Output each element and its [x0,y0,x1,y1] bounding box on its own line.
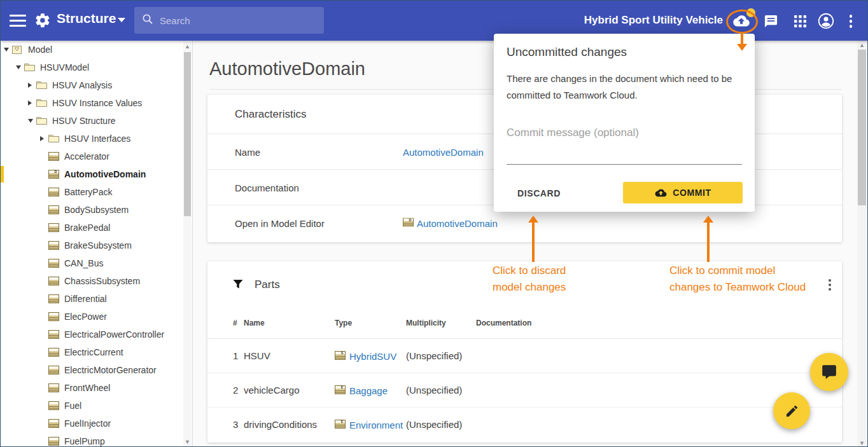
search-input[interactable] [160,15,316,26]
commit-button[interactable]: COMMIT [623,182,743,203]
svg-text:E: E [341,420,344,423]
tree-item-label: HSUV Analysis [52,80,112,90]
parts-table-row[interactable]: 2 vehicleCargo E Baggage (Unspecified) [207,373,842,408]
parts-table-row[interactable]: 1 HSUV S HybridSUV (Unspecified) [207,339,842,373]
tree-item[interactable]: BatteryPack [1,183,192,201]
folder-icon [24,63,36,72]
tree-item[interactable]: Fuel [1,397,192,415]
block-icon [48,419,60,428]
part-multiplicity: (Unspecified) [406,373,462,408]
part-multiplicity: (Unspecified) [406,339,462,373]
part-name: drivingConditions [244,408,317,442]
parts-table-body: 1 HSUV S HybridSUV (Unspecified) 2 vehic… [207,339,842,442]
tree-item[interactable]: HSUV Structure [1,112,192,130]
cloud-upload-icon[interactable] [732,15,751,30]
tree-item-label: CAN_Bus [64,258,103,268]
part-type-link[interactable]: HybridSUV [349,351,396,362]
tree-expander-icon[interactable] [28,83,36,88]
main-scrollbar-thumb[interactable] [858,50,866,205]
row-label: Documentation [235,182,299,193]
name-value-link[interactable]: AutomotiveDomain [403,146,484,157]
tree-item[interactable]: ElectricalPowerController [1,326,192,343]
tree-item[interactable]: BrakeSubsystem [1,237,192,254]
tree-expander-icon[interactable] [16,65,24,69]
tree-item[interactable]: Differential [1,290,192,308]
block-d-icon: D [48,170,60,179]
scroll-up-icon[interactable]: ▲ [183,43,192,50]
block-icon [48,259,60,268]
section-title: Structure [57,11,116,26]
edit-fab[interactable] [773,392,810,429]
tree-expander-icon[interactable] [40,136,48,141]
tree-item[interactable]: ElecPower [1,308,192,326]
annotation-arrow-to-popup [741,34,743,45]
tree-item-label: BrakePedal [64,223,110,233]
filter-funnel-icon[interactable] [233,279,243,292]
tree-item[interactable]: D AutomotiveDomain [1,165,192,183]
col-num: # [233,309,237,337]
overflow-menu-icon[interactable] [849,15,853,30]
tree-item[interactable]: Model [1,41,192,58]
tree-item[interactable]: Accelerator [1,148,192,165]
block-icon [48,383,60,392]
scroll-up-icon[interactable]: ▲ [857,42,867,48]
tree-item[interactable]: HSUV Analysis [1,76,192,94]
tree-scrollbar[interactable]: ▲ ▼ [183,42,192,446]
svg-text:E: E [341,385,344,389]
svg-text:D: D [409,218,411,222]
search-box[interactable] [134,7,324,34]
tree-item-label: BatteryPack [64,187,112,197]
tree-item[interactable]: BodySubsystem [1,201,192,219]
section-dropdown-caret[interactable] [118,18,125,22]
tree-item-label: Accelerator [64,151,109,162]
tree-item[interactable]: FuelInjector [1,415,192,432]
tree-scrollbar-thumb[interactable] [184,52,191,216]
comments-icon[interactable] [764,14,778,31]
tree-expander-icon[interactable] [28,119,36,123]
folder-icon [36,116,48,125]
tree-item-label: ElecPower [64,312,107,322]
commit-message-input[interactable] [507,127,742,165]
tree-item[interactable]: CAN_Bus [1,254,192,272]
annotation-arrow-discard [532,222,535,262]
tree-item[interactable]: HSUV Instance Values [1,94,192,112]
model-tree: Model HSUVModel HSUV Analysis HSUV Insta… [1,41,192,447]
uncommitted-changes-popup: Uncommitted changes There are changes in… [494,34,755,212]
scroll-down-icon[interactable]: ▼ [183,439,192,445]
main-scrollbar[interactable]: ▲ ▼ [857,41,867,447]
tree-item[interactable]: HSUVModel [1,58,192,76]
tree-item-label: FuelInjector [64,418,111,429]
account-icon[interactable] [818,13,834,32]
scroll-down-icon[interactable]: ▼ [857,440,867,446]
comments-fab[interactable] [810,353,848,391]
tree-item[interactable]: ElectricCurrent [1,343,192,361]
tree-item-label: HSUV Instance Values [52,98,142,108]
changes-badge [746,8,755,17]
tree-expander-icon[interactable] [4,48,12,52]
tree-item[interactable]: HSUV Interfaces [1,130,192,148]
part-type-link[interactable]: Baggage [349,385,388,396]
parts-title: Parts [255,279,280,291]
block-d-icon: D [403,218,414,229]
open-in-editor-link[interactable]: AutomotiveDomain [417,218,498,229]
part-multiplicity: (Unspecified) [406,408,462,442]
tree-item[interactable]: BrakePedal [1,219,192,237]
apps-grid-icon[interactable] [794,15,806,30]
col-multiplicity: Multiplicity [406,309,446,337]
part-type-link[interactable]: Environment [349,420,403,430]
tree-item[interactable]: FrontWheel [1,379,192,397]
parts-menu-icon[interactable] [828,279,832,292]
tree-item-label: BrakeSubsystem [64,240,132,251]
tree-item[interactable]: ElectricMotorGenerator [1,361,192,379]
menu-icon[interactable] [10,15,26,27]
part-name: vehicleCargo [244,373,300,408]
settings-gear-icon[interactable] [34,12,51,29]
parts-table-row[interactable]: 3 drivingConditions E Environment (Unspe… [207,408,842,442]
block-icon [48,223,60,232]
tree-item[interactable]: FuelPump [1,432,192,447]
tree-expander-icon[interactable] [28,100,36,106]
commit-button-label: COMMIT [673,188,711,198]
tree-item[interactable]: ChassisSubsystem [1,272,192,290]
discard-button[interactable]: DISCARD [509,182,569,204]
commit-cloud-icon [654,188,668,198]
